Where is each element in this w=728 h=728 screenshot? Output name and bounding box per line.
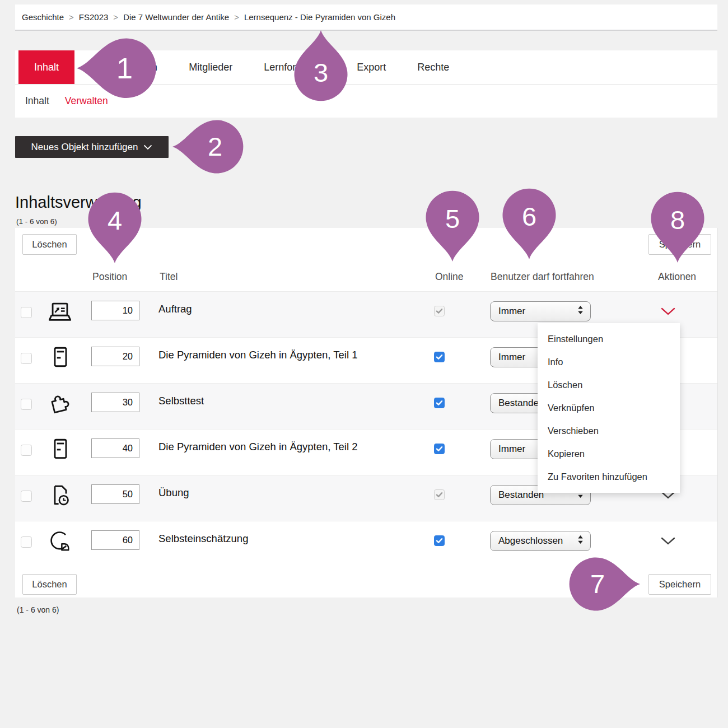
annotation-pin-2: 2 [171,119,244,177]
page-title: Inhaltsverwaltung [15,193,142,212]
pie-circle-icon [46,527,73,555]
page: Geschichte > FS2023 > Die 7 Weltwunder d… [0,0,728,728]
breadcrumb-item-geschichte[interactable]: Geschichte [22,12,64,22]
page-icon [46,343,73,371]
online-checkbox [434,306,445,316]
annotation-number: 2 [187,133,243,160]
column-header-proceed: Benutzer darf fortfahren [491,271,594,283]
position-input[interactable] [91,530,139,550]
row-select-checkbox[interactable] [21,445,32,456]
position-input[interactable] [91,347,139,366]
laptop-chart-icon [46,297,73,325]
online-checkbox[interactable] [434,398,445,408]
tabs-block: Inhalt Einstellungen Mitglieder Lernfort… [15,50,717,118]
annotation-number: 6 [501,203,557,230]
menu-item-kopieren[interactable]: Kopieren [538,442,680,465]
subtab-verwalten[interactable]: Verwalten [65,95,108,107]
breadcrumb-item-lernsequenz[interactable]: Lernsequenz - Die Pyramiden von Gizeh [244,12,395,22]
menu-item-verknuepfen[interactable]: Verknüpfen [538,396,680,419]
menu-item-loeschen[interactable]: Löschen [538,374,680,396]
breadcrumb-separator: > [113,12,118,22]
select-stepper-icon [577,305,584,318]
tab-lernfortschritt[interactable]: Lernfortschritt [264,50,325,84]
row-actions-chevron[interactable] [661,536,675,545]
column-header-aktionen: Aktionen [658,271,696,283]
select-stepper-icon [577,535,584,547]
table-row: Selbsteinschätzung Abgeschlossen [15,521,717,567]
proceed-select[interactable]: Abgeschlossen [490,531,591,551]
breadcrumb: Geschichte > FS2023 > Die 7 Weltwunder d… [15,4,717,31]
online-checkbox[interactable] [434,352,445,362]
menu-item-info[interactable]: Info [538,351,680,374]
row-actions-chevron-open[interactable] [661,307,675,316]
delete-button-top[interactable]: Löschen [22,234,77,255]
online-checkbox[interactable] [434,444,445,454]
subtab-bar: Inhalt Verwalten [15,85,717,116]
page-icon [46,435,73,463]
row-title: Die Pyramiden von Gizeh in Ägypten, Teil… [158,349,357,361]
result-count-top: (1 - 6 von 6) [16,217,57,226]
menu-item-einstellungen[interactable]: Einstellungen [538,328,680,351]
row-title: Übung [158,487,189,499]
breadcrumb-item-weltwunder[interactable]: Die 7 Weltwunder der Antike [123,12,229,22]
result-count-bottom: (1 - 6 von 6) [17,605,59,614]
tab-mitglieder[interactable]: Mitglieder [189,50,232,84]
save-button-top[interactable]: Speichern [648,234,711,255]
position-input[interactable] [91,301,139,320]
row-title: Selbsteinschätzung [158,533,248,545]
proceed-select-value: Immer [498,306,525,317]
table-header-row: Position Titel Online Benutzer darf fort… [15,263,717,291]
chevron-down-icon [143,142,152,153]
delete-button-bottom[interactable]: Löschen [22,574,77,595]
tab-export[interactable]: Export [357,50,386,84]
online-checkbox [434,489,445,500]
tab-einstellungen[interactable]: Einstellungen [97,50,157,84]
tab-bar: Inhalt Einstellungen Mitglieder Lernfort… [15,50,717,84]
position-input[interactable] [91,393,139,412]
breadcrumb-separator: > [69,12,74,22]
proceed-select-value: Abgeschlossen [498,535,563,547]
tab-rechte[interactable]: Rechte [417,50,449,84]
row-title: Die Pyramiden von Gizeh in Ägypten, Teil… [158,441,357,453]
menu-item-verschieben[interactable]: Verschieben [538,419,680,442]
row-select-checkbox[interactable] [21,491,32,502]
save-button-bottom[interactable]: Speichern [648,574,711,595]
subtab-inhalt[interactable]: Inhalt [25,95,49,107]
row-select-checkbox[interactable] [21,536,32,548]
position-input[interactable] [91,438,139,458]
row-select-checkbox[interactable] [21,399,32,410]
column-header-titel: Titel [160,271,178,283]
file-clock-icon [46,481,73,509]
position-input[interactable] [91,484,139,504]
online-checkbox[interactable] [434,535,445,546]
column-header-position: Position [92,271,127,283]
actions-dropdown-menu: Einstellungen Info Löschen Verknüpfen Ve… [538,323,680,493]
add-object-button-label: Neues Objekt hinzufügen [31,142,138,153]
row-select-checkbox[interactable] [21,307,32,318]
breadcrumb-separator: > [234,12,239,22]
puzzle-icon [46,389,73,417]
menu-item-favoriten[interactable]: Zu Favoriten hinzufügen [538,465,680,488]
proceed-select-value: Immer [498,444,525,455]
row-title: Auftrag [158,303,192,315]
row-title: Selbsttest [158,395,204,407]
column-header-online: Online [435,271,464,283]
add-object-button[interactable]: Neues Objekt hinzufügen [15,136,169,158]
proceed-select-value: Immer [498,352,525,363]
tab-inhalt[interactable]: Inhalt [18,50,74,84]
breadcrumb-item-fs2023[interactable]: FS2023 [79,12,109,22]
proceed-select[interactable]: Immer [490,301,591,321]
row-select-checkbox[interactable] [21,353,32,364]
